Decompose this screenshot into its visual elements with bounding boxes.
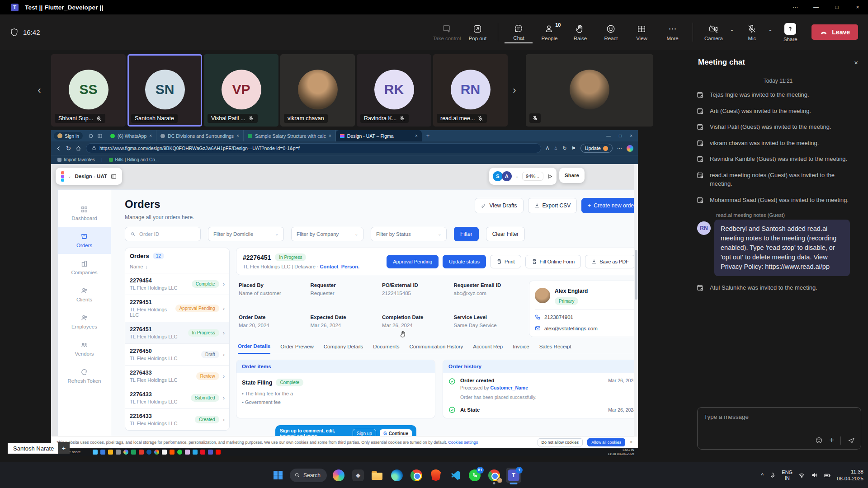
deny-cookies-button[interactable]: Do not allow cookies [538, 438, 583, 446]
collaborator-avatar[interactable]: A [502, 171, 512, 181]
share-button[interactable]: Share [776, 20, 804, 44]
battery-icon[interactable] [824, 472, 831, 479]
taskbar-brave[interactable] [428, 468, 443, 483]
chat-button[interactable]: Chat [505, 21, 533, 43]
collaborator-avatar[interactable]: S [493, 171, 503, 181]
create-new-order-button[interactable]: +Create new order [581, 198, 638, 213]
figma-signup-button[interactable]: Sign up [353, 429, 376, 436]
video-tile-spotlight[interactable] [526, 54, 653, 127]
taskbar-file-explorer[interactable] [370, 468, 385, 483]
sidebar-item-companies[interactable]: Companies [58, 254, 111, 281]
video-tile[interactable]: RN read.ai mee... [433, 54, 508, 127]
presenter-add-icon[interactable]: + [58, 442, 70, 454]
zoom-level[interactable]: 94% ⌄ [522, 172, 543, 181]
sidebar-item-employees[interactable]: Employees [58, 308, 111, 335]
figma-share-button[interactable]: Share [559, 168, 585, 183]
filter-status-select[interactable]: Filter by Status⌄ [371, 227, 447, 241]
read-aloud-icon[interactable]: A [546, 145, 549, 151]
order-row[interactable]: 2276433TL Flex Holdings LLC Review › [125, 365, 229, 387]
contact-phone[interactable]: 2123874901 [544, 314, 573, 320]
browser-profile-button[interactable]: Sign in [54, 132, 83, 140]
window-close-button[interactable]: × [847, 4, 868, 10]
video-tile[interactable]: vikram chavan [280, 54, 355, 127]
start-button[interactable] [270, 468, 286, 483]
tab-invoice[interactable]: Invoice [513, 344, 529, 353]
tab-company-details[interactable]: Company Details [324, 344, 363, 353]
copilot-icon[interactable] [627, 145, 633, 152]
save-as-pdf-button[interactable]: Save as PDF [585, 255, 635, 268]
taskbar-teams[interactable]: T 1 [506, 468, 521, 483]
taskbar-vscode[interactable] [448, 468, 463, 483]
tab-close-icon[interactable]: × [415, 133, 418, 138]
name-column-header[interactable]: Name [130, 264, 143, 269]
tab-close-icon[interactable]: × [329, 133, 331, 138]
rewards-icon[interactable]: ↻ [562, 145, 566, 151]
sidebar-item-dashboard[interactable]: Dashboard [58, 200, 111, 227]
tab-documents[interactable]: Documents [373, 344, 399, 353]
collections-icon[interactable]: ⚑ [571, 145, 576, 151]
address-bar[interactable]: https://www.figma.com/design/9BKQ0FOHRWa… [86, 143, 541, 153]
workspaces-icon[interactable] [88, 133, 94, 139]
bookmark-bills[interactable]: Bills | Billing and Co... [109, 157, 159, 162]
camera-options-chevron-icon[interactable]: ⌄ [729, 26, 734, 33]
browser-minimize-icon[interactable]: — [606, 133, 611, 138]
more-button[interactable]: ⋯ More [658, 21, 686, 43]
video-tile[interactable]: SS Shivani Sup... [51, 54, 126, 127]
browser-close-icon[interactable]: × [630, 133, 632, 138]
reload-icon[interactable]: ↻ [66, 145, 71, 152]
taskbar-chrome-profile[interactable] [486, 468, 502, 483]
browser-tab[interactable]: DC Divisions and Surroundings× [156, 130, 244, 141]
taskbar-search[interactable]: Search [290, 469, 327, 482]
taskbar-whatsapp[interactable]: 81 [467, 468, 482, 483]
tab-order-preview[interactable]: Order Preview [280, 344, 314, 353]
tab-sales-receipt[interactable]: Sales Receipt [539, 344, 571, 353]
tab-close-icon[interactable]: × [236, 133, 239, 138]
window-minimize-button[interactable]: — [806, 4, 826, 10]
browser-maximize-icon[interactable]: □ [619, 133, 622, 138]
view-drafts-button[interactable]: View Drafts [475, 198, 523, 213]
order-row[interactable]: 2276450TL Flex Holdings LLC Draft › [125, 343, 229, 365]
filter-company-select[interactable]: Filter by Company⌄ [291, 227, 363, 241]
contact-email[interactable]: alex@vstatefilings.com [544, 326, 598, 331]
leave-button[interactable]: Leave [811, 24, 858, 40]
print-button[interactable]: Print [490, 255, 521, 268]
volume-icon[interactable] [811, 472, 818, 479]
order-row[interactable]: 2279454TL Flex Holdings LLC Complete › [125, 273, 229, 295]
taskbar-clock[interactable]: 11:3808-04-2025 [837, 469, 863, 482]
mic-button[interactable]: Mic [738, 21, 766, 43]
order-row[interactable]: 2276433TL Flex Holdings LLC Submitted › [125, 387, 229, 408]
tab-actions-icon[interactable] [97, 133, 103, 139]
new-tab-icon[interactable]: + [426, 132, 430, 139]
wifi-icon[interactable] [798, 472, 805, 479]
window-maximize-button[interactable]: □ [826, 4, 847, 10]
tab-account-rep[interactable]: Account Rep [473, 344, 503, 353]
video-tile[interactable]: RK Ravindra K... [357, 54, 431, 127]
chat-message-input[interactable]: Type a message + [697, 407, 861, 450]
cookie-close-icon[interactable]: × [630, 440, 632, 445]
browser-tab[interactable]: (6) WhatsApp× [106, 130, 156, 141]
view-button[interactable]: View [627, 21, 656, 43]
home-icon[interactable] [75, 145, 81, 151]
google-continue-button[interactable]: GContinue [380, 429, 412, 436]
clear-filter-button[interactable]: Clear Filter [486, 227, 525, 241]
attach-plus-icon[interactable]: + [829, 436, 834, 445]
customer-name-link[interactable]: Customer_Name [491, 385, 528, 390]
taskbar-edge[interactable] [389, 468, 405, 483]
sidebar-item-vendors[interactable]: Vendors [58, 335, 111, 362]
tab-order-details[interactable]: Order Details [238, 343, 270, 354]
tab-close-icon[interactable]: × [149, 133, 152, 138]
order-row[interactable]: 2216433TL Flex Holdings LLC Created › [125, 408, 229, 430]
layout-panel-icon[interactable] [111, 174, 117, 179]
back-icon[interactable] [56, 145, 61, 151]
raise-hand-button[interactable]: Raise [566, 21, 594, 43]
browser-scrollbar[interactable] [634, 164, 638, 436]
export-csv-button[interactable]: Export CSV [528, 198, 577, 213]
order-row[interactable]: 2279451TL Flex Holdings LLC Approval Pen… [125, 295, 229, 322]
filter-domicile-select[interactable]: Filter by Domicile⌄ [208, 227, 284, 241]
video-tile[interactable]: SN Santosh Narate [127, 54, 202, 127]
bookmark-import[interactable]: Import favorites [57, 157, 95, 162]
figma-toolbar-left[interactable]: ⌄ Design - UAT [56, 168, 122, 185]
order-row-selected[interactable]: 2276451TL Flex Holdings LLC In Progress … [125, 322, 229, 343]
camera-button[interactable]: Camera [699, 21, 727, 43]
cookie-settings-link[interactable]: Cookies settings [448, 440, 478, 445]
